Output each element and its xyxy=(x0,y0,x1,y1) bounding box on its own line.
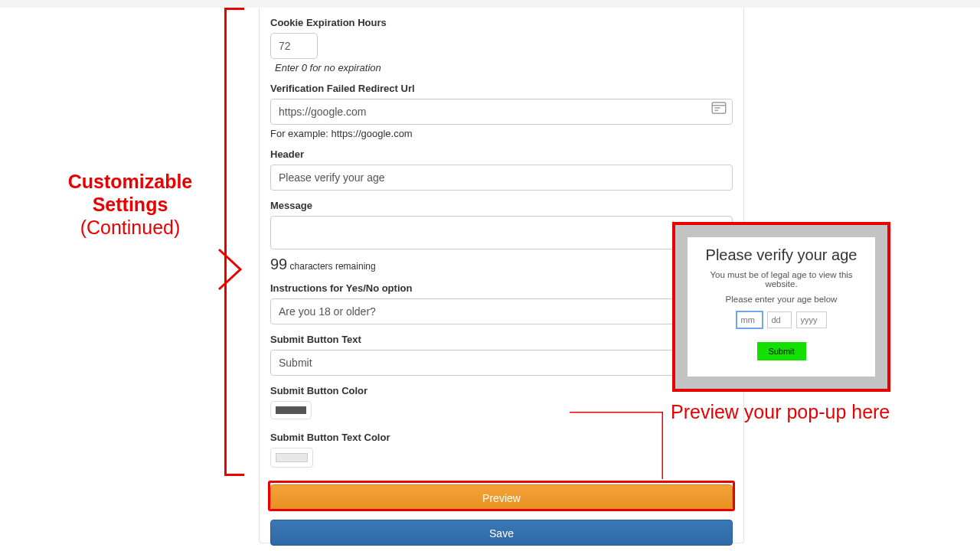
annotation-left-bracket xyxy=(224,8,244,476)
message-chars-remaining: 99 characters remaining xyxy=(270,256,733,273)
cookie-expiration-label: Cookie Expiration Hours xyxy=(270,17,733,28)
instructions-label: Instructions for Yes/No option xyxy=(270,282,733,294)
header-label: Header xyxy=(270,148,733,160)
redirect-url-hint: For example: https://google.com xyxy=(270,128,733,139)
cookie-expiration-input[interactable] xyxy=(270,33,318,59)
save-button[interactable]: Save xyxy=(270,520,733,546)
annotation-left-caption: Customizable Settings (Continued) xyxy=(34,170,227,239)
submit-textcolor-picker[interactable] xyxy=(270,448,313,468)
submit-color-swatch xyxy=(276,406,306,414)
submit-textcolor-swatch xyxy=(276,453,308,462)
top-gray-band xyxy=(0,0,980,8)
submit-textcolor-label: Submit Button Text Color xyxy=(270,432,733,443)
submit-color-label: Submit Button Color xyxy=(270,385,733,396)
submit-color-picker[interactable] xyxy=(270,401,312,419)
message-label: Message xyxy=(270,200,733,211)
cookie-expiration-hint: Enter 0 for no expiration xyxy=(275,62,733,73)
settings-panel: Cookie Expiration Hours Enter 0 for no e… xyxy=(259,8,744,543)
annotation-preview-caption: Preview your pop-up here xyxy=(671,401,890,423)
submit-text-label: Submit Button Text xyxy=(270,334,733,345)
submit-text-input[interactable] xyxy=(270,350,733,376)
redirect-url-input[interactable] xyxy=(270,99,733,125)
header-input[interactable] xyxy=(270,165,733,191)
url-card-icon xyxy=(711,102,727,114)
annotation-popup-outline xyxy=(672,222,890,392)
redirect-url-label: Verification Failed Redirect Url xyxy=(270,83,733,94)
annotation-left-arrow-icon xyxy=(214,245,245,294)
instructions-input[interactable] xyxy=(270,298,733,324)
annotation-preview-outline xyxy=(268,481,735,511)
message-textarea[interactable] xyxy=(270,216,733,249)
annotation-connector xyxy=(570,412,663,482)
